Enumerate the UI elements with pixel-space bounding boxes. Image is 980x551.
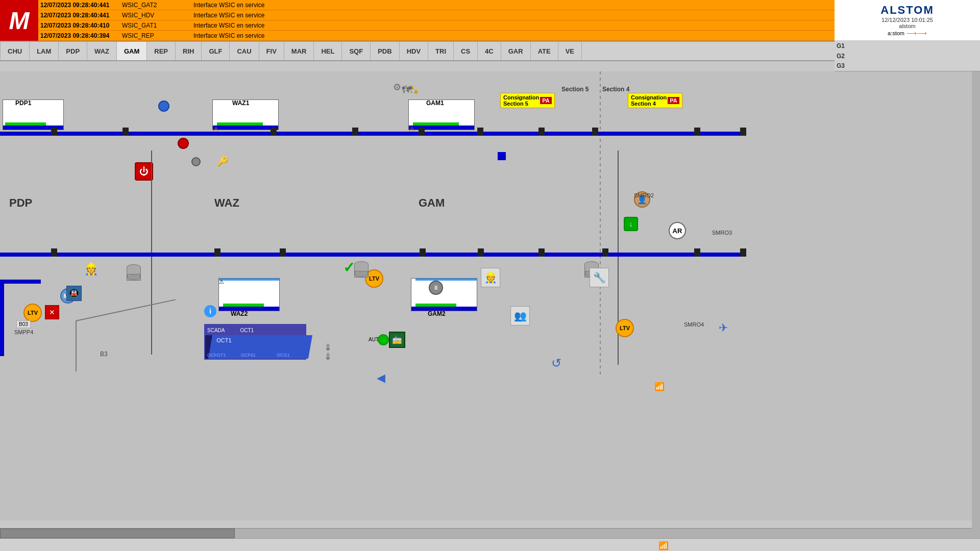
b3-label: B3 — [100, 350, 108, 358]
key-icon: 🔑 — [217, 156, 228, 167]
nav-item-4c[interactable]: 4C — [478, 42, 501, 60]
ocfgt1-label: OCFGT1 — [207, 353, 226, 358]
aut-label: AUT — [369, 337, 379, 342]
alstom-logo: ALSTOM — [880, 4, 934, 17]
scada-label: SCADA — [207, 328, 225, 333]
pause-button[interactable]: ⏸ — [429, 281, 443, 295]
g1-row[interactable]: G1 — [835, 41, 980, 51]
cylinder-1 — [127, 264, 141, 281]
ltv-badge-2: LTV — [23, 304, 42, 322]
track-mark-l7 — [602, 248, 608, 257]
green-down-arrow: ↓ — [624, 217, 638, 231]
nav-item-fiv[interactable]: FIV — [259, 42, 284, 60]
scrollbar-thumb[interactable] — [0, 529, 235, 538]
m-logo: M — [0, 0, 38, 41]
nav-item-waz[interactable]: WAZ — [87, 42, 117, 60]
waz2-label: WAZ2 — [231, 310, 248, 317]
alert-row-3: 12/07/2023 09:28:40:410 WSIC_GAT1 Interf… — [38, 20, 835, 31]
smpp4-label: SMPP4 — [14, 329, 33, 335]
nav-item-cs[interactable]: CS — [454, 42, 478, 60]
info-icon: i — [204, 305, 216, 317]
nav-item-chu[interactable]: CHU — [0, 42, 30, 60]
pdp-area-label: PDP — [9, 196, 32, 210]
b3-diag-line — [76, 299, 176, 321]
track-filled-1 — [0, 280, 4, 356]
g3-row[interactable]: G3 — [835, 61, 980, 71]
nav-item-pdb[interactable]: PDB — [371, 42, 399, 60]
track-mark-5 — [419, 128, 425, 136]
g2-label: G2 — [837, 53, 849, 60]
gam1-label: GAM1 — [426, 99, 444, 107]
pa-badge-1: PA — [540, 97, 551, 104]
tools-icon: 🔧 — [590, 268, 609, 287]
red-circle-1 — [178, 138, 189, 149]
smro3-group: SMRO3 — [712, 230, 732, 236]
logo-user: alstom — [899, 23, 915, 29]
gam-area-label: GAM — [419, 196, 445, 210]
track-mark-l4 — [420, 248, 426, 257]
upper-track — [0, 132, 740, 136]
nav-item-rih[interactable]: RIH — [176, 42, 202, 60]
nav-item-hdv[interactable]: HDV — [400, 42, 428, 60]
nav-item-lam[interactable]: LAM — [30, 42, 59, 60]
gam2-station-box — [411, 278, 477, 311]
g3-label: G3 — [837, 62, 849, 69]
waz1-blue-bar — [213, 126, 278, 130]
train-icon: 🚇 — [66, 286, 82, 301]
aircraft-icon: ✈ — [719, 321, 728, 335]
horizontal-scrollbar[interactable] — [0, 528, 980, 538]
g1-label: G1 — [837, 42, 849, 49]
gam2-label: GAM2 — [428, 310, 446, 317]
track-filled-top — [0, 280, 41, 284]
track-mark-l1 — [51, 248, 57, 257]
nav-item-sqf[interactable]: SQF — [342, 42, 371, 60]
nav-item-gar[interactable]: GAR — [501, 42, 531, 60]
vertical-scrollbar[interactable] — [972, 71, 980, 538]
main-area: Section 5 Section 4 ConsignationSection … — [0, 71, 980, 520]
waz1-label: WAZ1 — [232, 99, 249, 107]
nav-item-tri[interactable]: TRI — [428, 42, 454, 60]
aut-green-circle — [378, 334, 389, 345]
track-mark-l8 — [694, 248, 700, 257]
alert-row-1: 12/07/2023 09:28:40:441 WSIC_GAT2 Interf… — [38, 0, 835, 10]
smro2-label: SMRO2 — [634, 192, 654, 198]
train-green-icon: 🚋 — [389, 332, 405, 348]
section5-label: Section 5 — [561, 86, 589, 93]
ltv-badge-3: LTV — [616, 319, 634, 337]
ocfg1-label: OCF61 — [241, 353, 256, 358]
person-group-icon: 👥 — [510, 306, 530, 325]
nav-item-mar[interactable]: MAR — [284, 42, 314, 60]
gray-circle-1 — [191, 157, 201, 166]
nav-item-rep[interactable]: REP — [147, 42, 176, 60]
nav-arrow-left[interactable]: ◀ — [377, 371, 385, 385]
nav-item-pdp[interactable]: PDP — [59, 42, 87, 60]
nav-item-glf[interactable]: GLF — [202, 42, 230, 60]
waz2-station-box: ⚠ — [218, 278, 280, 311]
arrow-icon: ⟶⟶ — [906, 29, 927, 37]
track-mark-l9 — [740, 248, 746, 257]
track-mark-3 — [271, 128, 277, 136]
right-nav: G1 G2 G3 — [835, 41, 980, 71]
blue-square-indicator — [498, 152, 506, 160]
alert-row-2: 12/07/2023 09:28:40:441 WSIC_HDV Interfa… — [38, 10, 835, 20]
config-icon: ⚙ — [393, 82, 401, 93]
nav-item-ve[interactable]: VE — [558, 42, 582, 60]
nav-bar: CHU LAM PDP WAZ GAM REP RIH GLF CAU FIV … — [0, 41, 835, 61]
track-mark-8 — [592, 128, 598, 136]
track-mark-6 — [477, 128, 483, 136]
nav-indicator2: ▲ — [412, 87, 420, 95]
track-mark-9 — [694, 128, 700, 136]
consign-section5-badge: ConsignationSection 5 PA — [500, 93, 555, 108]
b3-vert-line — [76, 320, 77, 371]
logo-area: ALSTOM 12/12/2023 10:01:25 alstom a:stom… — [835, 0, 980, 41]
power-button[interactable]: ⏻ — [135, 162, 153, 181]
oct1-label: OCT1 — [240, 328, 254, 333]
g2-row[interactable]: G2 — [835, 51, 980, 61]
nav-item-gam[interactable]: GAM — [117, 42, 147, 60]
nav-item-hel[interactable]: HEL — [314, 42, 342, 60]
nav-item-ate[interactable]: ATE — [531, 42, 558, 60]
nav-item-cau[interactable]: CAU — [230, 42, 259, 60]
smro3-label: SMRO3 — [712, 230, 732, 236]
ar-badge: AR — [669, 222, 686, 239]
section-divider-1 — [600, 71, 601, 378]
